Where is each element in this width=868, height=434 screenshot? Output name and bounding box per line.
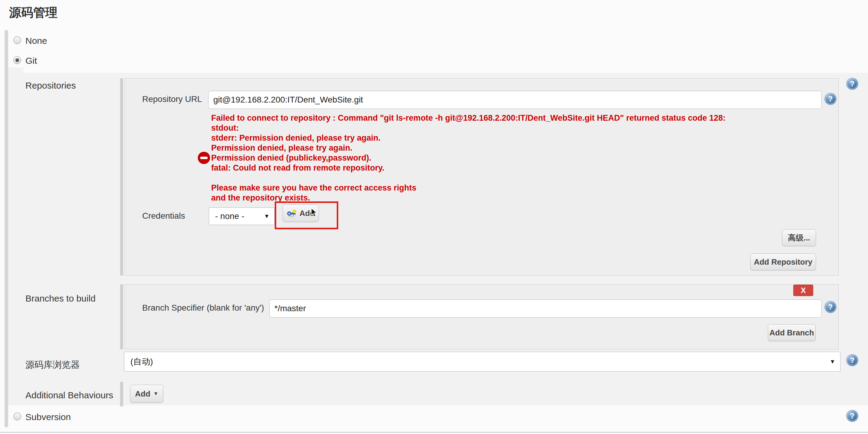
error-line: Permission denied, please try again. <box>211 143 725 153</box>
help-icon-git[interactable]: ? <box>846 78 858 90</box>
error-stop-icon <box>198 152 210 164</box>
radio-none[interactable] <box>13 36 21 44</box>
additional-behaviours-label: Additional Behaviours <box>25 390 113 400</box>
add-repository-button[interactable]: Add Repository <box>750 253 816 270</box>
help-icon-subversion[interactable]: ? <box>846 410 858 422</box>
add-behaviour-button-label: Add <box>135 389 150 399</box>
error-line: fatal: Could not read from remote reposi… <box>211 163 725 173</box>
error-message: Failed to connect to repository : Comman… <box>211 113 725 203</box>
caret-down-icon: ▼ <box>830 359 835 365</box>
add-behaviour-button[interactable]: Add ▼ <box>130 385 163 403</box>
repo-browser-select[interactable]: (自动) ▼ <box>124 352 840 372</box>
help-icon-repo-browser[interactable]: ? <box>846 354 858 366</box>
error-line: stdout: <box>211 123 725 133</box>
branch-specifier-label: Branch Specifier (blank for 'any') <box>142 303 264 313</box>
credentials-select[interactable]: - none - ▼ <box>209 208 275 225</box>
radio-git[interactable] <box>13 56 21 64</box>
bottom-divider <box>0 432 868 433</box>
help-icon-repository-url[interactable]: ? <box>825 93 836 105</box>
delete-branch-button[interactable]: X <box>793 285 813 296</box>
credentials-selected-value: - none - <box>215 211 244 221</box>
annotation-highlight-box <box>275 202 338 229</box>
branches-section-label: Branches to build <box>25 293 96 304</box>
repositories-dragbar <box>120 78 123 276</box>
caret-down-icon: ▼ <box>153 391 158 397</box>
radio-none-label[interactable]: None <box>25 36 47 46</box>
error-line: Please make sure you have the correct ac… <box>211 183 725 193</box>
scm-indent-bar <box>4 30 8 427</box>
repositories-section-label: Repositories <box>25 81 76 91</box>
repo-browser-selected-value: (自动) <box>130 356 153 368</box>
radio-subversion[interactable] <box>13 412 21 421</box>
branches-dragbar <box>120 284 123 349</box>
error-line: Failed to connect to repository : Comman… <box>211 113 725 123</box>
credentials-label: Credentials <box>142 211 185 221</box>
advanced-button[interactable]: 高级... <box>782 229 816 246</box>
additional-behaviours-dragbar <box>120 382 123 406</box>
add-branch-button[interactable]: Add Branch <box>768 324 816 341</box>
repo-browser-label: 源码库浏览器 <box>25 359 80 371</box>
branch-specifier-input[interactable] <box>269 300 822 317</box>
error-line: Permission denied (publickey,password). <box>211 153 725 163</box>
error-line <box>211 173 725 183</box>
radio-subversion-label[interactable]: Subversion <box>25 412 71 422</box>
caret-down-icon: ▼ <box>264 213 270 220</box>
help-icon-branch-specifier[interactable]: ? <box>825 301 836 313</box>
repository-url-input[interactable] <box>208 91 822 109</box>
radio-git-label[interactable]: Git <box>25 56 37 66</box>
error-line: stderr: Permission denied, please try ag… <box>211 133 725 143</box>
repository-url-label: Repository URL <box>142 94 202 104</box>
page-title: 源码管理 <box>9 4 58 21</box>
section-step <box>8 67 23 73</box>
